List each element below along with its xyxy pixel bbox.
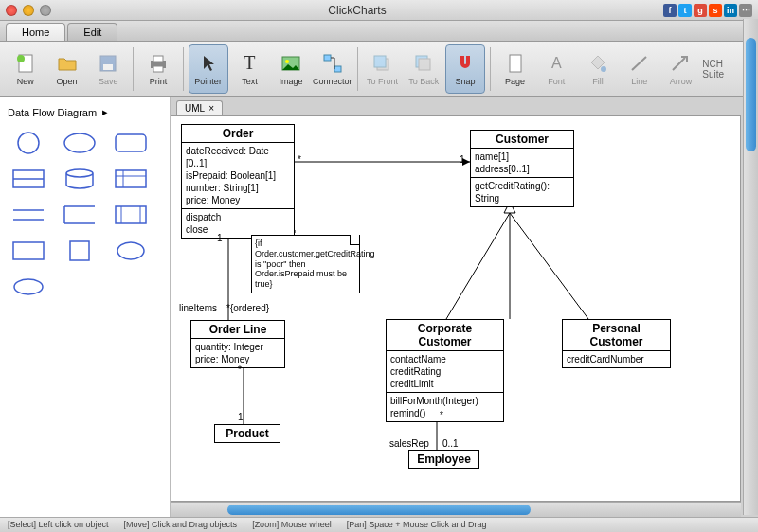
twitter-icon[interactable]: t — [678, 4, 692, 17]
tofront-icon — [370, 52, 393, 75]
open-button[interactable]: Open — [47, 44, 87, 94]
text-icon: T — [238, 52, 261, 75]
zoom-window-button[interactable] — [40, 5, 51, 16]
tofront-button[interactable]: To Front — [363, 44, 403, 94]
svg-rect-21 — [116, 134, 146, 151]
close-tab-icon[interactable]: × — [208, 103, 214, 114]
sidebar-title[interactable]: Data Flow Diagram▸ — [6, 102, 164, 122]
svg-rect-31 — [70, 241, 89, 260]
svg-line-18 — [673, 58, 685, 70]
mult-one3: 1 — [238, 412, 244, 422]
print-icon — [147, 52, 170, 75]
uml-class-corporate[interactable]: Corporate Customer contactName creditRat… — [386, 319, 504, 422]
uml-class-order[interactable]: Order dateReceived: Date [0..1] isPrepai… — [181, 124, 295, 239]
shape-roundrect[interactable] — [114, 132, 148, 154]
snap-button[interactable]: Snap — [445, 44, 485, 94]
shape-ellipse[interactable] — [63, 132, 97, 154]
status-select: [Select] Left click on object — [8, 520, 109, 530]
ribbon: New Open Save Print Pointer TText Image … — [0, 42, 758, 97]
svg-point-16 — [601, 66, 606, 72]
share-icon[interactable]: ⋯ — [739, 4, 752, 17]
svg-line-41 — [510, 213, 588, 319]
image-button[interactable]: Image — [271, 44, 311, 94]
text-button[interactable]: TText — [230, 44, 270, 94]
titlebar: ClickCharts f t g s in ⋯ — [0, 0, 758, 21]
uml-class-orderline[interactable]: Order Line quantity: Integer price: Mone… — [190, 320, 285, 368]
canvas-area: UML× Order dateReceived: Date [0..1] isP… — [171, 97, 758, 517]
uml-note[interactable]: {if Order.customer.getCreditRating is "p… — [251, 235, 360, 293]
mult-star: * — [298, 154, 301, 165]
arrow-button[interactable]: Arrow — [661, 44, 701, 94]
tab-edit[interactable]: Edit — [67, 23, 117, 41]
uml-class-personal[interactable]: Personal Customer creditCardNumber — [562, 319, 671, 368]
shape-rect[interactable] — [11, 239, 45, 262]
svg-rect-15 — [510, 55, 521, 72]
document-tab-uml[interactable]: UML× — [176, 100, 223, 115]
print-button[interactable]: Print — [138, 44, 178, 94]
svg-rect-27 — [116, 206, 146, 223]
canvas[interactable]: Order dateReceived: Date [0..1] isPrepai… — [171, 115, 741, 502]
mult-one2: 1 — [217, 233, 223, 243]
svg-point-33 — [14, 279, 43, 294]
mult-star3: * — [440, 410, 443, 420]
shape-ellipse2[interactable] — [114, 239, 148, 262]
page-button[interactable]: Page — [496, 44, 535, 94]
shape-openrect[interactable] — [63, 204, 97, 226]
google-icon[interactable]: g — [694, 4, 707, 17]
fill-button[interactable]: Fill — [578, 44, 618, 94]
connector-button[interactable]: Connector — [313, 44, 352, 94]
horizontal-scrollbar[interactable] — [171, 502, 741, 517]
svg-point-8 — [285, 60, 289, 63]
new-button[interactable]: New — [6, 44, 45, 94]
role-salesrep: salesRep — [389, 438, 429, 449]
line-icon — [628, 52, 651, 75]
line-button[interactable]: Line — [620, 44, 659, 94]
svg-rect-10 — [334, 66, 341, 72]
shape-grid[interactable] — [114, 168, 148, 190]
mult-star2: * — [238, 364, 242, 375]
svg-rect-5 — [153, 56, 163, 62]
svg-rect-22 — [116, 170, 146, 187]
font-button[interactable]: AFont — [536, 44, 576, 94]
svg-point-19 — [18, 133, 39, 153]
pointer-button[interactable]: Pointer — [189, 44, 228, 94]
tab-home[interactable]: Home — [6, 23, 65, 41]
uml-class-product[interactable]: Product — [214, 424, 280, 443]
arrow-icon — [669, 52, 692, 75]
shapes-sidebar: Data Flow Diagram▸ — [0, 97, 171, 517]
shape-circle[interactable] — [11, 132, 45, 154]
shape-db[interactable] — [63, 168, 97, 190]
stumble-icon[interactable]: s — [709, 4, 722, 17]
uml-class-customer[interactable]: Customer name[1] address[0..1] getCredit… — [470, 130, 574, 207]
svg-point-1 — [17, 55, 25, 62]
connector-icon — [321, 52, 344, 75]
open-icon — [56, 52, 79, 75]
minimize-window-button[interactable] — [23, 5, 34, 16]
shape-doubleside[interactable] — [114, 204, 148, 226]
status-zoom: [Zoom] Mouse wheel — [252, 520, 332, 530]
shape-square[interactable] — [63, 239, 97, 262]
uml-class-employee[interactable]: Employee — [408, 450, 479, 469]
page-icon — [504, 52, 527, 75]
svg-line-17 — [632, 57, 646, 70]
status-move: [Move] Click and Drag objects — [124, 520, 238, 530]
svg-rect-9 — [324, 55, 331, 61]
toback-button[interactable]: To Back — [404, 44, 443, 94]
linkedin-icon[interactable]: in — [724, 4, 737, 17]
svg-rect-6 — [153, 66, 163, 72]
shape-halfround[interactable] — [11, 168, 45, 190]
app-title: ClickCharts — [51, 4, 663, 17]
shape-ellipse3[interactable] — [11, 275, 45, 298]
svg-point-32 — [117, 242, 144, 259]
snap-icon — [454, 52, 477, 75]
mult-zeroone: 0..1 — [442, 438, 459, 449]
menu-tabs: Home Edit — [0, 21, 758, 42]
facebook-icon[interactable]: f — [663, 4, 677, 17]
fill-icon — [587, 52, 609, 75]
save-button[interactable]: Save — [88, 44, 128, 94]
shape-2lines[interactable] — [11, 204, 45, 226]
vertical-scrollbar[interactable] — [743, 19, 758, 515]
close-window-button[interactable] — [6, 5, 17, 16]
status-bar: [Select] Left click on object [Move] Cli… — [0, 517, 758, 532]
pointer-icon — [197, 52, 220, 75]
